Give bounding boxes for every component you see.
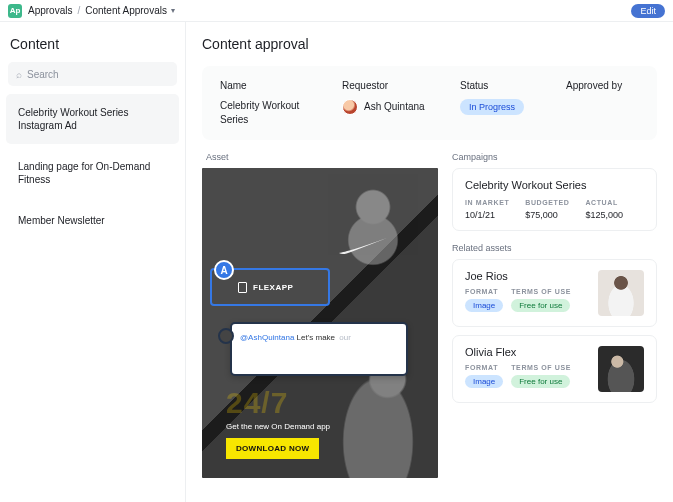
format-label: FORMAT (465, 364, 503, 371)
search-icon: ⌕ (16, 69, 22, 80)
metric-in-market: IN MARKET 10/1/21 (465, 199, 509, 220)
campaign-metrics: IN MARKET 10/1/21 BUDGETED $75,000 ACTUA… (465, 199, 644, 220)
related-info: Joe Rios FORMAT Image TERMS OF USE Free … (465, 270, 588, 316)
detail-columns: Asset 24/7 Get the new On Demand app DOW… (186, 152, 673, 478)
asset-headline: 24/7 (226, 386, 288, 420)
phone-icon (238, 282, 247, 293)
asset-section-label: Asset (206, 152, 438, 162)
breadcrumb-separator: / (77, 5, 80, 16)
related-asset-card[interactable]: Joe Rios FORMAT Image TERMS OF USE Free … (452, 259, 657, 327)
sidebar-item-newsletter[interactable]: Member Newsletter (6, 202, 179, 239)
summary-card: Name Celebrity Workout Series Requestor … (202, 66, 657, 140)
format-pill: Image (465, 299, 503, 312)
related-asset-card[interactable]: Olivia Flex FORMAT Image TERMS OF USE Fr… (452, 335, 657, 403)
requestor-name: Ash Quintana (364, 100, 425, 114)
related-name: Joe Rios (465, 270, 588, 282)
edit-button[interactable]: Edit (631, 4, 665, 18)
sidebar: Content ⌕ Search Celebrity Workout Serie… (0, 22, 186, 502)
main-layout: Content ⌕ Search Celebrity Workout Serie… (0, 22, 673, 502)
comment-text: @AshQuintana Let's make our (240, 333, 351, 342)
right-column: Campaigns Celebrity Workout Series IN MA… (452, 152, 657, 478)
related-thumbnail (598, 270, 644, 316)
format-label: FORMAT (465, 288, 503, 295)
metric-actual: ACTUAL $125,000 (585, 199, 623, 220)
asset-subline: Get the new On Demand app (226, 422, 330, 431)
comment-mention: @AshQuintana (240, 333, 294, 342)
related-section-label: Related assets (452, 243, 657, 253)
search-placeholder: Search (27, 69, 59, 80)
breadcrumb-root[interactable]: Approvals (28, 5, 72, 16)
comment-body: Let's make (297, 333, 335, 342)
sidebar-item-landing-page[interactable]: Landing page for On-Demand Fitness (6, 148, 179, 198)
related-thumbnail (598, 346, 644, 392)
page-title: Content approval (186, 22, 673, 66)
comment-avatar (218, 328, 234, 344)
sidebar-title: Content (0, 22, 185, 62)
requestor-row[interactable]: Ash Quintana (342, 99, 438, 115)
sidebar-item-celebrity-ad[interactable]: Celebrity Workout Series Instagram Ad (6, 94, 179, 144)
related-meta: FORMAT Image TERMS OF USE Free for use (465, 364, 588, 388)
terms-pill: Free for use (511, 299, 570, 312)
campaign-title: Celebrity Workout Series (465, 179, 644, 191)
budgeted-value: $75,000 (525, 210, 569, 220)
search-input[interactable]: ⌕ Search (8, 62, 177, 86)
athlete-figure-top (328, 174, 418, 284)
top-bar: Ap Approvals / Content Approvals ▾ Edit (0, 0, 673, 22)
breadcrumb-current[interactable]: Content Approvals (85, 5, 167, 16)
summary-requestor-col: Requestor Ash Quintana (342, 80, 438, 126)
in-market-label: IN MARKET (465, 199, 509, 206)
campaigns-section-label: Campaigns (452, 152, 657, 162)
format-pill: Image (465, 375, 503, 388)
actual-value: $125,000 (585, 210, 623, 220)
summary-name-col: Name Celebrity Workout Series (220, 80, 320, 126)
budgeted-label: BUDGETED (525, 199, 569, 206)
metric-budgeted: BUDGETED $75,000 (525, 199, 569, 220)
summary-approvedby-label: Approved by (566, 80, 622, 91)
terms-label: TERMS OF USE (511, 288, 571, 295)
campaign-card[interactable]: Celebrity Workout Series IN MARKET 10/1/… (452, 168, 657, 231)
status-badge[interactable]: In Progress (460, 99, 524, 115)
summary-requestor-label: Requestor (342, 80, 438, 91)
asset-cta-button: DOWNLOAD NOW (226, 438, 319, 459)
avatar (342, 99, 358, 115)
actual-label: ACTUAL (585, 199, 623, 206)
terms-label: TERMS OF USE (511, 364, 571, 371)
asset-column: Asset 24/7 Get the new On Demand app DOW… (202, 152, 438, 478)
summary-status-col: Status In Progress (460, 80, 544, 126)
terms-pill: Free for use (511, 375, 570, 388)
comment-suggestion: our (339, 333, 351, 342)
annotation-marker[interactable]: A (214, 260, 234, 280)
summary-name-label: Name (220, 80, 320, 91)
summary-name-value: Celebrity Workout Series (220, 99, 320, 126)
related-info: Olivia Flex FORMAT Image TERMS OF USE Fr… (465, 346, 588, 392)
summary-approvedby-col: Approved by (566, 80, 622, 126)
brand-swoosh-icon (337, 238, 387, 260)
summary-status-label: Status (460, 80, 544, 91)
chevron-down-icon[interactable]: ▾ (171, 6, 175, 15)
related-meta: FORMAT Image TERMS OF USE Free for use (465, 288, 588, 312)
app-logo: Ap (8, 4, 22, 18)
related-name: Olivia Flex (465, 346, 588, 358)
asset-preview[interactable]: 24/7 Get the new On Demand app DOWNLOAD … (202, 168, 438, 478)
in-market-value: 10/1/21 (465, 210, 509, 220)
content-pane: Content approval Name Celebrity Workout … (186, 22, 673, 502)
comment-input[interactable]: @AshQuintana Let's make our (230, 322, 408, 376)
annotation-label: FLEXAPP (253, 283, 293, 292)
